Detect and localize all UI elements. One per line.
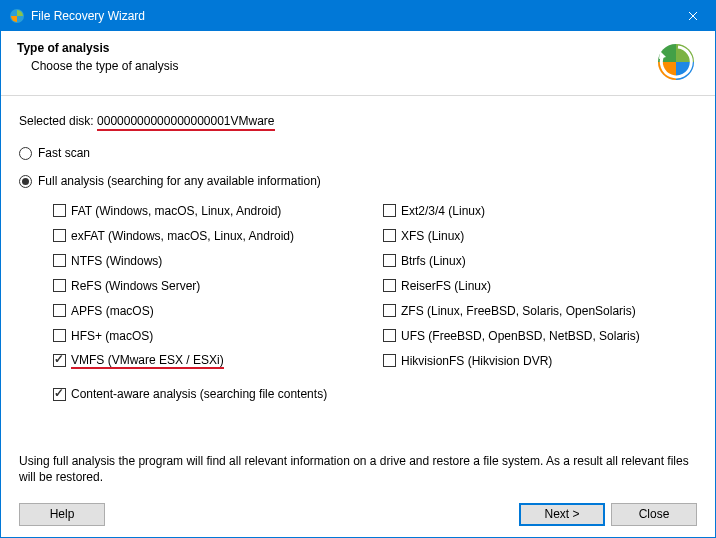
header: Type of analysis Choose the type of anal…	[1, 31, 715, 96]
checkbox-icon	[53, 304, 66, 317]
titlebar: File Recovery Wizard	[1, 1, 715, 31]
page-title: Type of analysis	[17, 41, 643, 55]
checkbox-icon	[383, 204, 396, 217]
filesystem-label: exFAT (Windows, macOS, Linux, Android)	[71, 229, 294, 243]
filesystem-checkbox-reiserfs[interactable]: ReiserFS (Linux)	[383, 273, 713, 298]
filesystem-label: XFS (Linux)	[401, 229, 464, 243]
checkbox-icon	[383, 254, 396, 267]
filesystem-label: Btrfs (Linux)	[401, 254, 466, 268]
checkbox-icon	[53, 354, 66, 367]
help-button[interactable]: Help	[19, 503, 105, 526]
selected-disk-value: 00000000000000000001VMware	[97, 114, 275, 131]
next-button[interactable]: Next >	[519, 503, 605, 526]
radio-icon	[19, 175, 32, 188]
checkbox-icon	[383, 304, 396, 317]
content-aware-checkbox[interactable]: Content-aware analysis (searching file c…	[19, 387, 697, 401]
titlebar-title: File Recovery Wizard	[31, 9, 670, 23]
checkbox-icon	[53, 279, 66, 292]
filesystem-checkbox-apfs[interactable]: APFS (macOS)	[53, 298, 383, 323]
app-icon	[9, 8, 25, 24]
filesystem-checkbox-exfat[interactable]: exFAT (Windows, macOS, Linux, Android)	[53, 223, 383, 248]
filesystem-label: Ext2/3/4 (Linux)	[401, 204, 485, 218]
filesystem-label: FAT (Windows, macOS, Linux, Android)	[71, 204, 281, 218]
filesystem-checkbox-refs[interactable]: ReFS (Windows Server)	[53, 273, 383, 298]
filesystem-checkbox-zfs[interactable]: ZFS (Linux, FreeBSD, Solaris, OpenSolari…	[383, 298, 713, 323]
content: Selected disk: 00000000000000000001VMwar…	[1, 96, 715, 437]
filesystem-label: HikvisionFS (Hikvision DVR)	[401, 354, 552, 368]
filesystem-grid: FAT (Windows, macOS, Linux, Android)exFA…	[19, 198, 697, 373]
filesystem-col-left: FAT (Windows, macOS, Linux, Android)exFA…	[53, 198, 383, 373]
close-button[interactable]: Close	[611, 503, 697, 526]
filesystem-checkbox-fat[interactable]: FAT (Windows, macOS, Linux, Android)	[53, 198, 383, 223]
close-icon[interactable]	[670, 1, 715, 31]
checkbox-icon	[53, 329, 66, 342]
selected-disk-label: Selected disk:	[19, 114, 97, 128]
wizard-window: File Recovery Wizard Type of analysis Ch…	[0, 0, 716, 538]
checkbox-icon	[53, 388, 66, 401]
checkbox-icon	[383, 279, 396, 292]
filesystem-checkbox-ufs[interactable]: UFS (FreeBSD, OpenBSD, NetBSD, Solaris)	[383, 323, 713, 348]
page-subtitle: Choose the type of analysis	[17, 59, 643, 73]
checkbox-icon	[383, 229, 396, 242]
checkbox-icon	[53, 229, 66, 242]
footer: Help Next > Close	[1, 491, 715, 537]
filesystem-label: VMFS (VMware ESX / ESXi)	[71, 353, 224, 369]
filesystem-checkbox-xfs[interactable]: XFS (Linux)	[383, 223, 713, 248]
filesystem-label: ReiserFS (Linux)	[401, 279, 491, 293]
filesystem-label: HFS+ (macOS)	[71, 329, 153, 343]
checkbox-icon	[383, 329, 396, 342]
radio-icon	[19, 147, 32, 160]
wizard-icon	[653, 41, 699, 83]
fast-scan-label: Fast scan	[38, 146, 90, 160]
checkbox-icon	[53, 254, 66, 267]
filesystem-checkbox-hikfs[interactable]: HikvisionFS (Hikvision DVR)	[383, 348, 713, 373]
checkbox-icon	[53, 204, 66, 217]
description-text: Using full analysis the program will fin…	[1, 437, 715, 491]
filesystem-label: ReFS (Windows Server)	[71, 279, 200, 293]
filesystem-checkbox-ext[interactable]: Ext2/3/4 (Linux)	[383, 198, 713, 223]
filesystem-label: APFS (macOS)	[71, 304, 154, 318]
content-aware-label: Content-aware analysis (searching file c…	[71, 387, 327, 401]
checkbox-icon	[383, 354, 396, 367]
full-analysis-radio[interactable]: Full analysis (searching for any availab…	[19, 174, 697, 188]
filesystem-checkbox-ntfs[interactable]: NTFS (Windows)	[53, 248, 383, 273]
selected-disk: Selected disk: 00000000000000000001VMwar…	[19, 114, 697, 128]
filesystem-checkbox-vmfs[interactable]: VMFS (VMware ESX / ESXi)	[53, 348, 383, 373]
full-analysis-label: Full analysis (searching for any availab…	[38, 174, 321, 188]
filesystem-label: UFS (FreeBSD, OpenBSD, NetBSD, Solaris)	[401, 329, 640, 343]
filesystem-label: NTFS (Windows)	[71, 254, 162, 268]
scan-mode-group: Fast scan Full analysis (searching for a…	[19, 146, 697, 188]
header-text: Type of analysis Choose the type of anal…	[17, 41, 643, 73]
filesystem-label: ZFS (Linux, FreeBSD, Solaris, OpenSolari…	[401, 304, 636, 318]
filesystem-checkbox-hfs[interactable]: HFS+ (macOS)	[53, 323, 383, 348]
filesystem-col-right: Ext2/3/4 (Linux)XFS (Linux)Btrfs (Linux)…	[383, 198, 713, 373]
fast-scan-radio[interactable]: Fast scan	[19, 146, 697, 160]
filesystem-checkbox-btrfs[interactable]: Btrfs (Linux)	[383, 248, 713, 273]
